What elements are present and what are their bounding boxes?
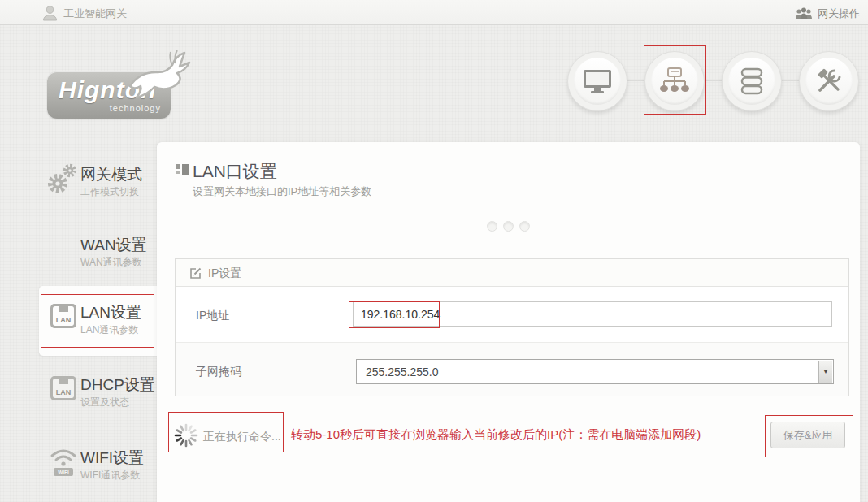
gateway-operations-link[interactable]: 网关操作 bbox=[818, 6, 860, 21]
subnet-mask-select[interactable]: 255.255.255.0 ▼ bbox=[356, 359, 834, 384]
lan-icon: LAN bbox=[49, 373, 78, 404]
loading-spinner-icon bbox=[174, 423, 198, 448]
gateway-config-page: 工业智能网关 网关操作 Hignton technology bbox=[0, 0, 868, 502]
nav-circle-monitor[interactable] bbox=[567, 51, 627, 111]
sidebar-item-lan[interactable]: LAN LAN设置 LAN通讯参数 bbox=[0, 297, 157, 343]
gateway-operations-label: 网关操作 bbox=[818, 7, 860, 19]
executing-command-status: 正在执行命令... bbox=[203, 430, 281, 444]
lan-icon: LAN bbox=[49, 301, 78, 331]
sidebar-item-sublabel: 设置及状态 bbox=[80, 396, 129, 409]
carousel-dot-1[interactable] bbox=[487, 221, 497, 232]
main-content-card: LAN口设置 设置网关本地接口的IP地址等相关参数 IP设置 IP地址 子网掩码 bbox=[157, 142, 860, 502]
row-divider bbox=[176, 342, 848, 343]
nav-circle-database[interactable] bbox=[722, 51, 782, 111]
carousel-dot-2[interactable] bbox=[503, 221, 514, 232]
save-apply-button[interactable]: 保存&应用 bbox=[770, 422, 845, 448]
tools-icon bbox=[814, 67, 844, 96]
edit-icon bbox=[189, 266, 202, 279]
sidebar-item-sublabel: 工作模式切换 bbox=[80, 185, 139, 199]
nav-circle-tools[interactable] bbox=[799, 51, 859, 111]
wifi-icon: WIFI bbox=[47, 444, 80, 478]
divider-right bbox=[535, 227, 845, 227]
ip-change-note: 转动5-10秒后可直接在浏览器输入当前修改后的IP(注：需在电脑端添加网段) bbox=[291, 427, 701, 443]
sidebar-item-sublabel: WIFI通讯参数 bbox=[80, 469, 140, 483]
sidebar-item-label: LAN设置 bbox=[80, 302, 141, 323]
user-icon bbox=[41, 4, 59, 21]
sidebar-item-label: DHCP设置 bbox=[80, 374, 155, 396]
page-subtitle: 设置网关本地接口的IP地址等相关参数 bbox=[193, 184, 371, 199]
circle-connector-line bbox=[597, 80, 829, 81]
gears-icon bbox=[46, 162, 80, 197]
app-title: 工业智能网关 bbox=[63, 6, 127, 21]
divider-left bbox=[175, 227, 484, 227]
svg-text:WIFI: WIFI bbox=[58, 470, 69, 475]
page-title-icon bbox=[176, 164, 188, 176]
subnet-mask-value: 255.255.255.0 bbox=[366, 366, 439, 379]
sidebar-item-sublabel: LAN通讯参数 bbox=[80, 323, 138, 337]
sidebar-item-gateway-mode[interactable]: 网关模式 工作模式切换 bbox=[0, 159, 157, 201]
ip-settings-panel: IP设置 IP地址 子网掩码 255.255.255.0 ▼ bbox=[175, 258, 849, 396]
sidebar-item-label: WIFI设置 bbox=[80, 448, 144, 469]
ip-address-label: IP地址 bbox=[196, 309, 229, 323]
panel-header: IP设置 bbox=[176, 259, 848, 287]
chevron-down-icon[interactable]: ▼ bbox=[818, 361, 832, 383]
logo-sub-text: technology bbox=[110, 103, 161, 113]
users-group-icon bbox=[795, 7, 813, 19]
sidebar-item-label: 网关模式 bbox=[80, 164, 142, 185]
sidebar-item-wan[interactable]: WAN设置 WAN通讯参数 bbox=[0, 230, 157, 272]
ip-address-input[interactable] bbox=[353, 301, 832, 327]
sidebar-item-label: WAN设置 bbox=[80, 235, 147, 256]
top-bar: 工业智能网关 网关操作 bbox=[0, 0, 868, 25]
nav-circle-network[interactable] bbox=[644, 51, 705, 111]
carousel-dot-3[interactable] bbox=[519, 221, 530, 232]
svg-text:LAN: LAN bbox=[56, 316, 72, 324]
subnet-mask-label: 子网掩码 bbox=[196, 365, 241, 379]
deer-logo-icon bbox=[120, 45, 202, 99]
sidebar-item-sublabel: WAN通讯参数 bbox=[80, 256, 142, 270]
database-stack-icon bbox=[740, 67, 764, 95]
sidebar-item-dhcp[interactable]: LAN DHCP设置 设置及状态 bbox=[0, 370, 157, 415]
network-topology-icon bbox=[659, 67, 690, 95]
svg-text:LAN: LAN bbox=[56, 388, 72, 396]
page-title: LAN口设置 bbox=[193, 160, 277, 183]
panel-header-label: IP设置 bbox=[208, 266, 241, 281]
monitor-icon bbox=[581, 68, 614, 94]
sidebar-item-wifi[interactable]: WIFI WIFI设置 WIFI通讯参数 bbox=[0, 443, 157, 488]
